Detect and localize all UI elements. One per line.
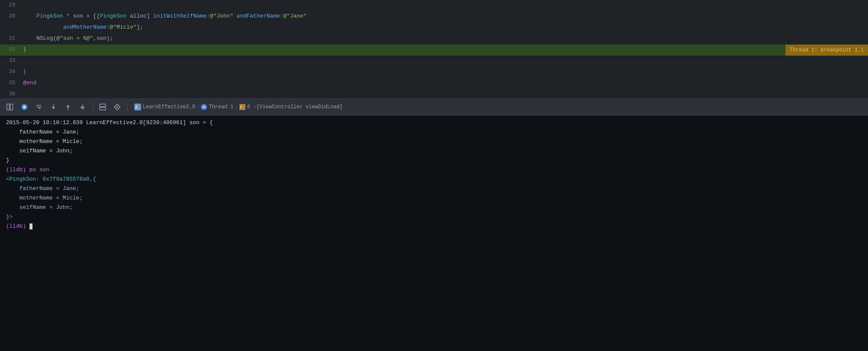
line-number: 35	[0, 78, 21, 86]
console-line-9: selfName = John;	[0, 203, 868, 212]
line-number: 29	[0, 0, 21, 8]
separator-2	[127, 103, 127, 111]
breadcrumb-thread-label: Thread 1	[209, 104, 233, 110]
line-number	[0, 22, 21, 24]
console-line-8: motherName = Micle;	[0, 193, 868, 203]
debug-toolbar: A LearnEffective2.0 › Thread 1 › f	[0, 98, 868, 116]
hide-vars-button[interactable]	[3, 101, 16, 113]
line-content	[21, 0, 868, 2]
line-number: 31	[0, 33, 21, 42]
svg-rect-0	[7, 104, 9, 110]
console-line-5: (lldb) po son	[0, 165, 868, 175]
code-line-35: 35@end	[0, 78, 868, 89]
code-line-34: 34|	[0, 67, 868, 78]
line-content	[21, 89, 868, 91]
svg-rect-1	[10, 104, 13, 110]
svg-rect-8	[100, 107, 106, 110]
code-line-  : andMotherName:@"Micle"];	[0, 22, 868, 33]
line-number: 33	[0, 56, 21, 64]
debug-console[interactable]: 2015-05-20 10:10:12.839 LearnEffective2.…	[0, 116, 868, 351]
console-line-7: fatherName = Jane;	[0, 184, 868, 193]
breadcrumb: A LearnEffective2.0 › Thread 1 › f	[134, 104, 342, 110]
console-line-12: (lldb)	[0, 222, 868, 231]
line-content: @end	[21, 78, 868, 86]
line-content	[21, 56, 868, 57]
code-line-30: 30 PingkSon * son = [[PingkSon alloc] in…	[0, 11, 868, 22]
view-toggle-button[interactable]	[96, 101, 109, 113]
line-number: 30	[0, 11, 21, 19]
line-number: 36	[0, 89, 21, 97]
breadcrumb-arrow-2: ›	[235, 105, 238, 110]
location-button[interactable]	[111, 101, 124, 113]
svg-rect-7	[100, 104, 106, 107]
svg-marker-5	[66, 105, 70, 107]
step-into-button[interactable]	[47, 101, 60, 113]
console-line-3: selfName = John;	[0, 146, 868, 156]
line-content: PingkSon * son = [[PingkSon alloc] initW…	[21, 11, 868, 19]
breadcrumb-app-label: LearnEffective2.0	[143, 104, 195, 110]
console-line-4: }	[0, 156, 868, 165]
console-line-6: <PingkSon: 0x7f9a785578a0,{	[0, 175, 868, 184]
code-editor[interactable]: 2930 PingkSon * son = [[PingkSon alloc] …	[0, 0, 868, 98]
breadcrumb-thread[interactable]: Thread 1	[201, 104, 233, 110]
step-over-button[interactable]	[32, 101, 45, 113]
line-content: andMotherName:@"Micle"];	[21, 22, 868, 30]
cursor	[30, 223, 32, 229]
code-line-29: 29	[0, 0, 868, 11]
console-line-0: 2015-05-20 10:10:12.839 LearnEffective2.…	[0, 118, 868, 128]
code-line-32: 32}Thread 1: breakpoint 1.1	[0, 45, 868, 56]
step-back-button[interactable]	[76, 101, 89, 113]
breadcrumb-frame-label: 0 -[ViewController viewDidLoad]	[247, 104, 342, 110]
line-content: |	[21, 67, 868, 75]
breadcrumb-frame[interactable]: f 0 -[ViewController viewDidLoad]	[239, 104, 342, 110]
line-content: }	[21, 45, 868, 53]
frame-icon: f	[239, 104, 245, 110]
code-line-31: 31 NSLog(@"son = %@",son);	[0, 33, 868, 45]
continue-button[interactable]	[18, 101, 31, 113]
svg-text:f: f	[240, 105, 242, 110]
line-number: 34	[0, 67, 21, 75]
step-out-button[interactable]	[62, 101, 74, 113]
breadcrumb-arrow-1: ›	[197, 105, 199, 110]
line-content: NSLog(@"son = %@",son);	[21, 33, 868, 42]
console-line-10: }>	[0, 212, 868, 222]
svg-point-12	[201, 104, 207, 110]
separator-1	[92, 103, 93, 111]
console-line-2: motherName = Micle;	[0, 137, 868, 146]
svg-marker-4	[52, 107, 55, 109]
app-icon: A	[134, 104, 141, 110]
svg-text:A: A	[135, 105, 138, 110]
code-line-33: 33	[0, 56, 868, 67]
svg-point-9	[116, 106, 118, 108]
thread-icon	[201, 104, 207, 110]
console-line-1: fatherName = Jane;	[0, 128, 868, 137]
breakpoint-badge: Thread 1: breakpoint 1.1	[785, 45, 868, 56]
code-line-36: 36	[0, 89, 868, 98]
line-number: 32	[0, 45, 21, 53]
breadcrumb-app[interactable]: A LearnEffective2.0	[134, 104, 195, 110]
